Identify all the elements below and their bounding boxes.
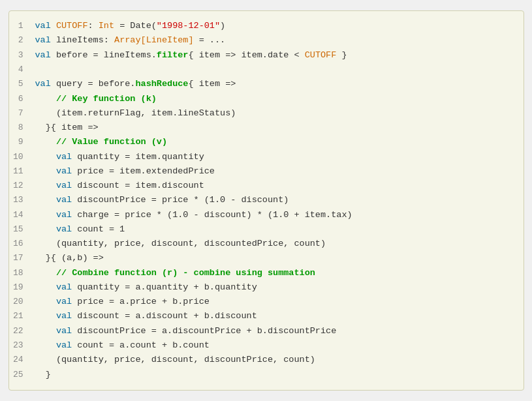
code-token: } [336,50,347,60]
table-row: 15 val count = 1 [9,222,524,237]
line-number: 25 [9,368,33,382]
line-number: 9 [9,135,33,149]
code-token: discount = a.discount + b.discount [77,311,257,321]
table-row: 10 val quantity = item.quantity [9,150,524,164]
code-token: "1998-12-01" [157,21,220,31]
line-number: 17 [9,251,33,265]
line-number: 15 [9,222,33,237]
line-code: val quantity = a.quantity + b.quantity [33,280,524,295]
code-token: = ... [194,35,226,45]
code-token: { item => [188,79,236,89]
code-token: // Value function (v) [35,137,168,147]
table-row: 8 }{ item => [9,121,524,135]
code-token: query = before. [56,79,136,89]
code-token: (quantity, price, discount, discountPric… [35,355,315,364]
code-token: Array[LineItem] [114,35,194,45]
code-token: quantity = item.quantity [77,152,204,162]
line-number: 5 [9,77,33,91]
code-token: = Date( [114,21,157,31]
line-code: // Key function (k) [33,92,524,106]
line-number: 1 [9,19,33,33]
code-token: ) [220,21,225,31]
line-code: val lineItems: Array[LineItem] = ... [33,33,524,48]
table-row: 5val query = before.hashReduce{ item => [9,77,524,91]
line-number: 24 [9,353,33,367]
table-row: 12 val discount = item.discount [9,179,524,193]
code-token: (quantity, price, discount, discountedPr… [35,239,326,248]
table-row: 22 val discountPrice = a.discountPrice +… [9,324,524,338]
table-row: 20 val price = a.price + b.price [9,295,524,309]
code-token: val [35,35,56,45]
code-token: val [35,166,78,176]
code-token: val [35,195,78,205]
line-code [33,63,524,77]
line-number: 20 [9,295,33,309]
code-token: count = 1 [77,224,125,234]
table-row: 14 val charge = price * (1.0 - discount)… [9,208,524,222]
line-number: 4 [9,63,33,77]
line-code: val discountPrice = a.discountPrice + b.… [33,324,524,338]
code-token: Int [99,21,114,31]
code-token: val [35,181,78,190]
code-token: val [35,340,78,350]
line-number: 13 [9,193,33,207]
line-code: val charge = price * (1.0 - discount) * … [33,208,524,222]
table-row: 3val before = lineItems.filter{ item => … [9,48,524,63]
code-token: val [35,224,78,234]
code-token: filter [157,50,189,60]
table-row: 24 (quantity, price, discount, discountP… [9,353,524,367]
table-row: 25 } [9,368,524,382]
table-row: 2val lineItems: Array[LineItem] = ... [9,33,524,48]
code-token: { item => item.date < [188,50,304,60]
line-number: 16 [9,237,33,251]
code-token: (item.returnFlag, item.lineStatus) [35,108,236,118]
line-code: val price = a.price + b.price [33,295,524,309]
code-token: charge = price * (1.0 - discount) * (1.0… [77,210,352,220]
code-token: quantity = a.quantity + b.quantity [77,282,257,292]
code-token: price = a.price + b.price [77,297,210,306]
line-number: 23 [9,338,33,353]
line-code: val discount = item.discount [33,179,524,193]
code-token: val [35,50,56,60]
table-row: 9 // Value function (v) [9,135,524,149]
line-number: 21 [9,309,33,323]
code-token: }{ (a,b) => [35,253,104,263]
line-number: 7 [9,106,33,121]
line-number: 8 [9,121,33,135]
line-code: val count = 1 [33,222,524,237]
table-row: 23 val count = a.count + b.count [9,338,524,353]
code-token: val [35,79,56,89]
code-token: val [35,210,78,220]
code-token: val [35,282,78,292]
code-token: CUTOFF [56,21,88,31]
table-row: 6 // Key function (k) [9,92,524,106]
table-row: 13 val discountPrice = price * (1.0 - di… [9,193,524,207]
code-token: val [35,152,78,162]
line-number: 18 [9,266,33,280]
code-token: // Key function (k) [35,94,157,104]
code-token: val [35,311,78,321]
code-token: }{ item => [35,123,99,132]
line-number: 11 [9,164,33,179]
table-row: 4 [9,63,524,77]
table-row: 17 }{ (a,b) => [9,251,524,265]
line-code: // Value function (v) [33,135,524,149]
code-token: hashReduce [135,79,188,89]
line-code: (quantity, price, discount, discountedPr… [33,237,524,251]
code-token: count = a.count + b.count [77,340,210,350]
code-token: // Combine function (r) - combine using … [35,268,315,278]
table-row: 1val CUTOFF: Int = Date("1998-12-01") [9,19,524,33]
line-number: 12 [9,179,33,193]
line-code: }{ (a,b) => [33,251,524,265]
code-token: : [88,21,99,31]
line-code: (item.returnFlag, item.lineStatus) [33,106,524,121]
line-code: // Combine function (r) - combine using … [33,266,524,280]
line-number: 2 [9,33,33,48]
line-code: val discount = a.discount + b.discount [33,309,524,323]
line-number: 10 [9,150,33,164]
code-token: price = item.extendedPrice [77,166,215,176]
line-code: val CUTOFF: Int = Date("1998-12-01") [33,19,524,33]
table-row: 18 // Combine function (r) - combine usi… [9,266,524,280]
line-code: val price = item.extendedPrice [33,164,524,179]
code-token: val [35,326,78,336]
